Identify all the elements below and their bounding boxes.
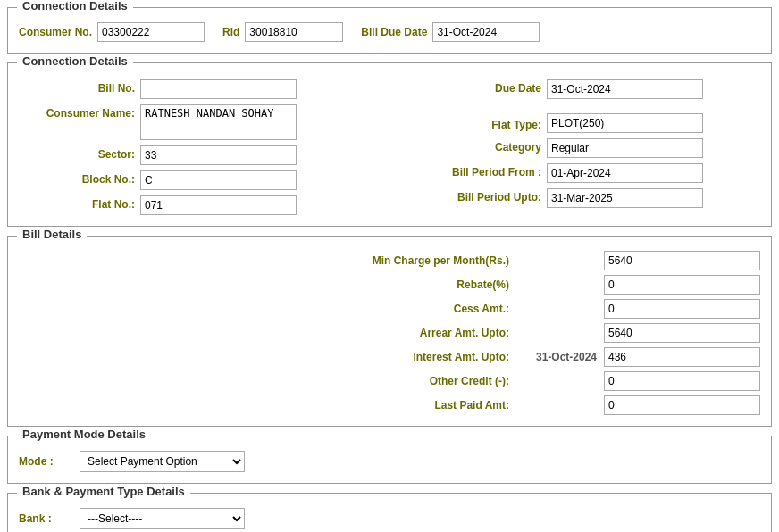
min-charge-label: Min Charge per Month(Rs.)	[313, 254, 509, 267]
interest-amt-label: Interest Amt. Upto:	[313, 351, 509, 363]
category-input[interactable]	[547, 138, 703, 158]
rid-input[interactable]	[245, 22, 343, 42]
category-label: Category	[398, 138, 541, 154]
consumer-no-input[interactable]	[97, 22, 205, 42]
block-no-label: Block No.:	[19, 170, 135, 186]
flat-type-label: Flat Type:	[398, 116, 541, 131]
flat-no-label: Flat No.:	[19, 195, 135, 211]
sector-label: Sector:	[19, 145, 135, 161]
bill-period-upto-input[interactable]	[547, 188, 703, 208]
min-charge-input[interactable]	[604, 251, 760, 270]
bill-details-legend: Bill Details	[17, 228, 87, 241]
rebate-label: Rebate(%)	[313, 278, 509, 291]
due-date-label: Due Date	[398, 79, 541, 95]
connection-details-top-legend: Connection Details	[17, 0, 133, 12]
consumer-no-label: Consumer No.	[19, 26, 92, 38]
bank-payment-legend: Bank & Payment Type Details	[17, 485, 190, 498]
bill-due-date-label: Bill Due Date	[361, 26, 427, 38]
bill-due-date-input-top[interactable]	[432, 22, 540, 42]
sector-input[interactable]	[140, 145, 297, 165]
bill-no-label: Bill No.	[19, 79, 135, 95]
payment-mode-select[interactable]: Select Payment Option Cash Cheque DD Onl…	[80, 451, 245, 472]
other-credit-label: Other Credit (-):	[313, 375, 509, 387]
bill-period-from-input[interactable]	[547, 163, 703, 183]
mode-label: Mode :	[19, 455, 72, 468]
flat-type-input[interactable]	[547, 113, 703, 133]
bill-no-input[interactable]	[140, 79, 297, 99]
consumer-name-label: Consumer Name:	[19, 104, 135, 120]
bill-period-from-label: Bill Period From :	[398, 163, 541, 179]
bill-period-upto-label: Bill Period Upto:	[398, 188, 541, 204]
cess-amt-input[interactable]	[604, 299, 760, 319]
block-no-input[interactable]	[140, 170, 297, 190]
bank-label: Bank :	[19, 512, 72, 525]
arrear-amt-label: Arrear Amt. Upto:	[313, 327, 509, 339]
consumer-name-input[interactable]: RATNESH NANDAN SOHAY	[140, 104, 297, 140]
interest-amt-date: 31-Oct-2024	[516, 351, 597, 363]
due-date-input[interactable]	[547, 79, 703, 99]
payment-mode-legend: Payment Mode Details	[17, 428, 151, 441]
last-paid-input[interactable]	[604, 395, 760, 415]
arrear-amt-input[interactable]	[604, 323, 760, 343]
cess-amt-label: Cess Amt.:	[313, 303, 509, 315]
other-credit-input[interactable]	[604, 371, 760, 391]
rid-label: Rid	[222, 26, 239, 38]
rebate-input[interactable]	[604, 275, 760, 295]
flat-no-input[interactable]	[140, 195, 297, 215]
connection-details-legend: Connection Details	[17, 54, 133, 68]
last-paid-label: Last Paid Amt:	[313, 399, 509, 411]
bank-select[interactable]: ---Select----	[80, 508, 245, 529]
interest-amt-input[interactable]	[604, 347, 760, 367]
